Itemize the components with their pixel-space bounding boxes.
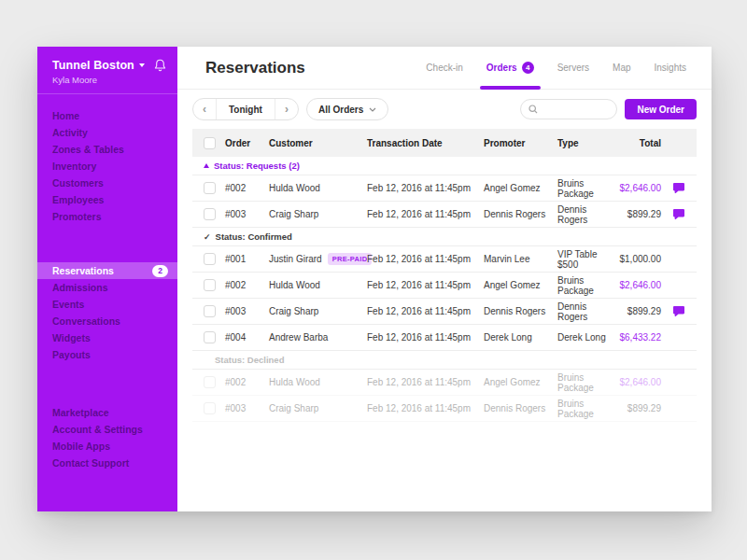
table-row[interactable]: #002Hulda WoodFeb 12, 2016 at 11:45pmAng…: [192, 273, 697, 299]
next-date-button[interactable]: ›: [275, 99, 298, 119]
select-all-checkbox[interactable]: [204, 137, 216, 149]
customer-name: Hulda Wood: [269, 377, 320, 387]
sidebar-item-admissions[interactable]: Admissions: [37, 279, 177, 296]
chevron-down-icon: [369, 107, 376, 112]
message-icon[interactable]: [661, 306, 697, 316]
sidebar-item-payouts[interactable]: Payouts: [37, 346, 177, 363]
row-order-number: #001: [225, 254, 269, 264]
search-input[interactable]: [543, 105, 609, 115]
column-header-total: Total: [619, 138, 661, 148]
status-section-label: Status: Confirmed: [216, 231, 292, 242]
status-section-label: Status: Declined: [215, 355, 284, 365]
sidebar-nav-modules: Reservations2AdmissionsEventsConversatio…: [37, 262, 177, 363]
message-icon[interactable]: [661, 183, 697, 193]
chevron-down-icon[interactable]: [139, 63, 145, 67]
row-promoter: Angel Gomez: [484, 280, 557, 290]
tab-servers[interactable]: Servers: [557, 47, 589, 89]
check-icon: ✓: [204, 232, 211, 242]
sidebar-item-home[interactable]: Home: [37, 107, 177, 124]
row-type: Bruins Package: [557, 372, 619, 393]
row-transaction-date: Feb 12, 2016 at 11:45pm: [367, 403, 484, 413]
prev-date-button[interactable]: ‹: [193, 99, 216, 119]
tab-label: Insights: [655, 63, 686, 73]
status-section-header[interactable]: Status: Requests (2): [192, 157, 697, 175]
sidebar-item-label: Marketplace: [52, 407, 109, 418]
table-row[interactable]: #003Craig SharpFeb 12, 2016 at 11:45pmDe…: [192, 396, 697, 422]
sidebar-item-employees[interactable]: Employees: [37, 191, 177, 208]
venue-name[interactable]: Tunnel Boston: [52, 59, 134, 72]
row-checkbox[interactable]: [204, 279, 216, 291]
row-total: $2,646.00: [619, 183, 661, 193]
row-checkbox[interactable]: [204, 376, 216, 388]
prepaid-badge: PRE-PAID: [328, 253, 373, 265]
column-header-order: Order: [225, 138, 269, 148]
table-header-row: OrderCustomerTransaction DatePromoterTyp…: [192, 129, 697, 157]
sidebar-item-widgets[interactable]: Widgets: [37, 329, 177, 346]
sidebar-item-label: Promoters: [52, 211, 102, 222]
sidebar-item-customers[interactable]: Customers: [37, 175, 177, 191]
tab-insights[interactable]: Insights: [655, 47, 686, 89]
tab-label: Map: [613, 63, 630, 73]
row-checkbox[interactable]: [204, 402, 216, 414]
sidebar-item-reservations[interactable]: Reservations2: [37, 262, 177, 279]
row-type: Bruins Package: [557, 275, 619, 296]
sidebar-header: Tunnel Boston Kyla Moore: [37, 47, 177, 94]
row-order-number: #002: [225, 183, 269, 193]
sidebar-item-label: Mobile Apps: [52, 441, 110, 452]
column-header-type: Type: [557, 138, 619, 148]
sidebar-item-label: Admissions: [52, 282, 108, 293]
row-checkbox[interactable]: [204, 182, 216, 194]
row-type: Bruins Package: [557, 399, 619, 419]
row-promoter: Angel Gomez: [484, 377, 557, 387]
sidebar-item-label: Conversations: [52, 315, 120, 327]
sidebar-item-inventory[interactable]: Inventory: [37, 158, 177, 175]
sidebar-item-events[interactable]: Events: [37, 296, 177, 313]
table-row[interactable]: #003Craig SharpFeb 12, 2016 at 11:45pmDe…: [192, 202, 697, 228]
sidebar-item-contact-support[interactable]: Contact Support: [37, 455, 177, 471]
row-checkbox[interactable]: [204, 305, 216, 317]
row-total: $899.29: [619, 306, 661, 316]
sidebar-item-conversations[interactable]: Conversations: [37, 313, 177, 329]
page-header: Reservations Check-inOrders4ServersMapIn…: [177, 47, 712, 90]
status-section-status-declined: Status: Declined#002Hulda WoodFeb 12, 20…: [192, 351, 697, 422]
row-customer: Craig Sharp: [269, 306, 367, 316]
row-type: Derek Long: [557, 332, 619, 343]
row-checkbox[interactable]: [204, 331, 216, 343]
table-row[interactable]: #004Andrew BarbaFeb 12, 2016 at 11:45pmD…: [192, 325, 697, 351]
row-order-number: #003: [225, 306, 269, 316]
customer-name: Craig Sharp: [269, 306, 318, 316]
table-row[interactable]: #003Craig SharpFeb 12, 2016 at 11:45pmDe…: [192, 299, 697, 325]
sidebar-item-promoters[interactable]: Promoters: [37, 208, 177, 225]
row-checkbox[interactable]: [204, 253, 216, 265]
table-row[interactable]: #002Hulda WoodFeb 12, 2016 at 11:45pmAng…: [192, 175, 697, 202]
date-label[interactable]: Tonight: [216, 99, 275, 119]
user-name: Kyla Moore: [52, 75, 166, 85]
bell-icon[interactable]: [154, 59, 166, 72]
table-row[interactable]: #001Justin GirardPRE-PAIDFeb 12, 2016 at…: [192, 246, 697, 273]
row-transaction-date: Feb 12, 2016 at 11:45pm: [367, 306, 484, 316]
table-row[interactable]: #002Hulda WoodFeb 12, 2016 at 11:45pmAng…: [192, 370, 697, 396]
row-type: Dennis Rogers: [557, 204, 619, 225]
row-customer: Justin GirardPRE-PAID: [269, 253, 367, 265]
status-section-label: Status: Requests (2): [214, 161, 300, 171]
row-order-number: #002: [225, 280, 269, 290]
status-section-header[interactable]: ✓Status: Confirmed: [192, 228, 697, 246]
row-checkbox[interactable]: [204, 208, 216, 220]
message-icon[interactable]: [661, 209, 697, 219]
sidebar-item-zones-tables[interactable]: Zones & Tables: [37, 141, 177, 158]
row-type: VIP Table $500: [557, 249, 619, 270]
tab-orders[interactable]: Orders4: [486, 47, 534, 89]
tab-bar: Check-inOrders4ServersMapInsights: [426, 47, 686, 89]
sidebar-item-label: Payouts: [52, 349, 91, 360]
row-customer: Andrew Barba: [269, 332, 367, 343]
sidebar-item-account-settings[interactable]: Account & Settings: [37, 421, 177, 438]
sidebar-item-mobile-apps[interactable]: Mobile Apps: [37, 438, 177, 455]
order-filter-dropdown[interactable]: All Orders: [306, 98, 388, 120]
new-order-button[interactable]: New Order: [625, 99, 697, 119]
sidebar-item-marketplace[interactable]: Marketplace: [37, 404, 177, 421]
status-section-header[interactable]: Status: Declined: [192, 351, 697, 370]
sidebar-item-activity[interactable]: Activity: [37, 124, 177, 141]
status-section-status-confirmed: ✓Status: Confirmed#001Justin GirardPRE-P…: [192, 228, 697, 351]
tab-map[interactable]: Map: [613, 47, 630, 89]
tab-check-in[interactable]: Check-in: [426, 47, 462, 89]
